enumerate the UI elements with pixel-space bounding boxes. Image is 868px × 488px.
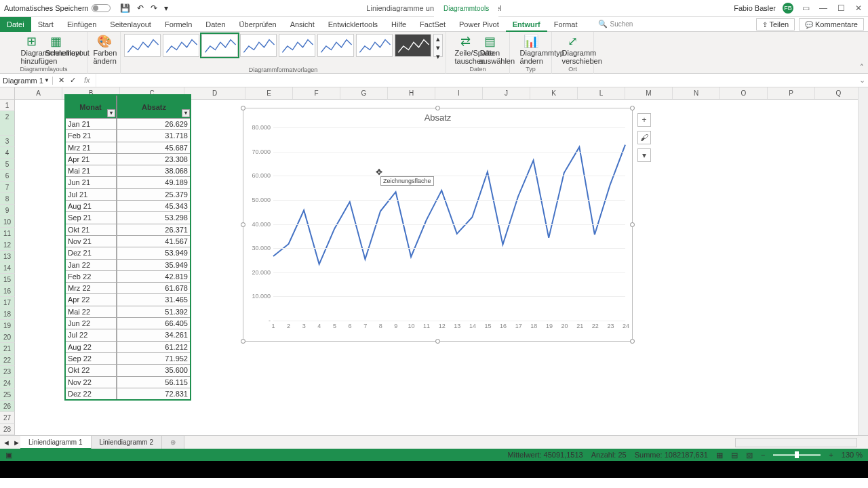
tab-hilfe[interactable]: Hilfe bbox=[384, 17, 413, 32]
cell-month[interactable]: Jan 21 bbox=[64, 119, 117, 130]
column-header[interactable]: G bbox=[340, 87, 388, 99]
table-row[interactable]: Dez 2153.949 bbox=[64, 247, 191, 259]
column-header[interactable]: K bbox=[530, 87, 578, 99]
column-header[interactable]: L bbox=[578, 87, 625, 99]
ribbon-mode-icon[interactable]: ▭ bbox=[800, 3, 811, 13]
table-row[interactable]: Nov 2256.115 bbox=[64, 377, 191, 388]
user-name[interactable]: Fabio Basler bbox=[734, 4, 776, 12]
table-header-month[interactable]: Monat▾ bbox=[64, 94, 117, 119]
sheet-nav-prev-icon[interactable]: ◄ bbox=[3, 439, 10, 447]
chart-filter-button[interactable]: ▾ bbox=[637, 148, 651, 162]
row-header[interactable]: 6 bbox=[0, 170, 15, 182]
zoom-in-icon[interactable]: + bbox=[829, 451, 833, 459]
cell-value[interactable]: 61.212 bbox=[117, 342, 191, 353]
expand-formula-bar-icon[interactable]: ⌄ bbox=[856, 76, 868, 85]
cell-value[interactable]: 51.392 bbox=[117, 306, 191, 318]
column-header[interactable]: M bbox=[625, 87, 673, 99]
cell-month[interactable]: Nov 21 bbox=[64, 236, 117, 247]
maximize-icon[interactable]: ☐ bbox=[835, 3, 846, 13]
cell-value[interactable]: 26.371 bbox=[117, 224, 191, 236]
tab-überprüfen[interactable]: Überprüfen bbox=[233, 17, 283, 32]
cell-month[interactable]: Okt 21 bbox=[64, 224, 117, 236]
cell-month[interactable]: Jun 22 bbox=[64, 318, 117, 329]
vertical-scrollbar[interactable] bbox=[858, 87, 868, 435]
table-row[interactable]: Jan 2235.949 bbox=[64, 260, 191, 271]
row-header[interactable]: 2 bbox=[0, 111, 15, 136]
row-header[interactable]: 12 bbox=[0, 239, 15, 251]
table-row[interactable]: Mrz 2145.687 bbox=[64, 142, 191, 154]
table-row[interactable]: Jan 2126.629 bbox=[64, 119, 191, 130]
switch-row-col-button[interactable]: ⇄Zeile/Spalte tauschen bbox=[455, 34, 477, 65]
row-header[interactable]: 24 bbox=[0, 378, 15, 389]
chart-style-thumb[interactable] bbox=[240, 34, 277, 57]
fx-icon[interactable]: fx bbox=[84, 76, 90, 85]
cell-value[interactable]: 35.949 bbox=[117, 260, 191, 271]
cell-month[interactable]: Apr 21 bbox=[64, 154, 117, 165]
table-row[interactable]: Dez 2272.831 bbox=[64, 388, 191, 400]
cell-month[interactable]: Sep 21 bbox=[64, 212, 117, 224]
cell-value[interactable]: 61.678 bbox=[117, 283, 191, 294]
cell-month[interactable]: Dez 22 bbox=[64, 388, 117, 400]
table-row[interactable]: Nov 2141.567 bbox=[64, 236, 191, 247]
view-normal-icon[interactable]: ▦ bbox=[716, 451, 723, 460]
cell-month[interactable]: Apr 22 bbox=[64, 294, 117, 306]
chart-style-thumb[interactable] bbox=[356, 34, 393, 57]
worksheet-grid[interactable]: ABCDEFGHIJKLMNOPQ 1234567891011121314151… bbox=[0, 87, 868, 435]
chart-style-thumb[interactable] bbox=[279, 34, 315, 57]
row-header[interactable]: 21 bbox=[0, 343, 15, 354]
column-header[interactable]: J bbox=[483, 87, 530, 99]
cell-value[interactable]: 45.343 bbox=[117, 201, 191, 212]
row-header[interactable]: 10 bbox=[0, 216, 15, 228]
cell-month[interactable]: Jul 21 bbox=[64, 189, 117, 201]
tab-factset[interactable]: FactSet bbox=[413, 17, 452, 32]
cell-month[interactable]: Sep 22 bbox=[64, 353, 117, 365]
confirm-formula-icon[interactable]: ✓ bbox=[70, 76, 76, 85]
table-row[interactable]: Jul 2125.379 bbox=[64, 189, 191, 201]
row-header[interactable]: 3 bbox=[0, 136, 15, 147]
row-header[interactable]: 4 bbox=[0, 147, 15, 159]
change-colors-button[interactable]: 🎨Farben ändern bbox=[94, 34, 115, 65]
row-header[interactable]: 5 bbox=[0, 159, 15, 170]
cell-month[interactable]: Mai 21 bbox=[64, 165, 117, 177]
column-header[interactable]: D bbox=[184, 87, 245, 99]
filter-icon[interactable]: ▾ bbox=[182, 109, 190, 117]
plot-area[interactable]: -10.00020.00030.00040.00050.00060.00070.… bbox=[273, 127, 625, 321]
cell-value[interactable]: 35.600 bbox=[117, 365, 191, 376]
tab-entwicklertools[interactable]: Entwicklertools bbox=[321, 17, 384, 32]
table-row[interactable]: Feb 2242.819 bbox=[64, 271, 191, 283]
save-icon[interactable]: 💾 bbox=[120, 3, 130, 13]
table-row[interactable]: Sep 2271.952 bbox=[64, 353, 191, 365]
search-icon[interactable]: 🔍 bbox=[598, 20, 608, 28]
table-row[interactable]: Jun 2149.189 bbox=[64, 177, 191, 188]
view-break-icon[interactable]: ▧ bbox=[746, 451, 753, 460]
cell-value[interactable]: 53.298 bbox=[117, 212, 191, 224]
row-header[interactable]: 18 bbox=[0, 308, 15, 320]
add-sheet-button[interactable]: ⊕ bbox=[162, 436, 184, 449]
chart-object[interactable]: Absatz -10.00020.00030.00040.00050.00060… bbox=[243, 108, 633, 342]
move-chart-button[interactable]: ⤢Diagramm verschieben bbox=[562, 34, 584, 65]
select-all-corner[interactable] bbox=[0, 87, 15, 99]
minimize-icon[interactable]: — bbox=[818, 3, 829, 13]
cell-month[interactable]: Mrz 22 bbox=[64, 283, 117, 294]
cell-month[interactable]: Aug 21 bbox=[64, 201, 117, 212]
cell-value[interactable]: 42.819 bbox=[117, 271, 191, 283]
column-header[interactable]: E bbox=[245, 87, 293, 99]
tab-ansicht[interactable]: Ansicht bbox=[283, 17, 321, 32]
row-header[interactable]: 19 bbox=[0, 320, 15, 331]
chart-style-thumb[interactable] bbox=[395, 34, 431, 57]
tab-start[interactable]: Start bbox=[31, 17, 60, 32]
tab-einfügen[interactable]: Einfügen bbox=[60, 17, 103, 32]
table-row[interactable]: Sep 2153.298 bbox=[64, 212, 191, 224]
row-header[interactable]: 9 bbox=[0, 205, 15, 216]
cell-value[interactable]: 71.952 bbox=[117, 353, 191, 365]
tab-entwurf[interactable]: Entwurf bbox=[506, 17, 547, 32]
table-row[interactable]: Okt 2126.371 bbox=[64, 224, 191, 236]
collapse-ribbon-icon[interactable]: ˄ bbox=[860, 63, 864, 72]
cell-value[interactable]: 49.189 bbox=[117, 177, 191, 188]
qat-dropdown-icon[interactable]: ▾ bbox=[164, 3, 168, 13]
style-gallery-scroll[interactable]: ▴▾▾ bbox=[433, 34, 443, 57]
cell-month[interactable]: Jun 21 bbox=[64, 177, 117, 188]
table-row[interactable]: Apr 2123.308 bbox=[64, 154, 191, 165]
row-header[interactable]: 14 bbox=[0, 262, 15, 274]
cell-value[interactable]: 31.718 bbox=[117, 130, 191, 142]
